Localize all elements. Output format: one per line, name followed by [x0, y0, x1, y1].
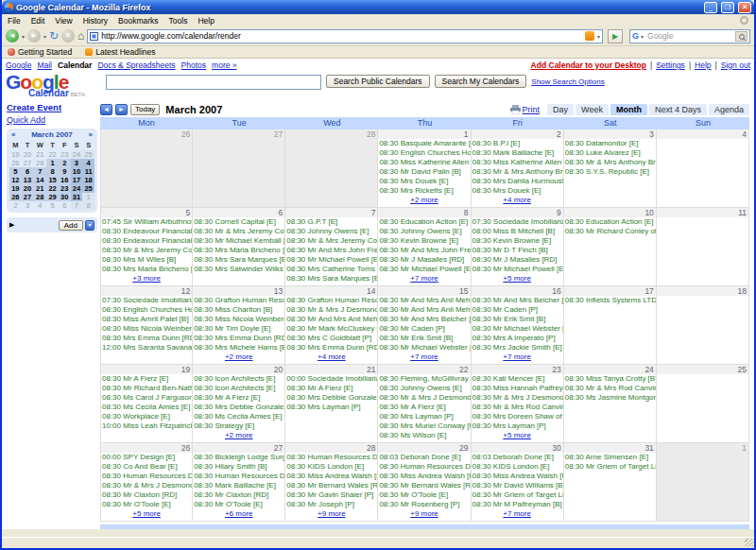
day-cell[interactable]: 1308:30 Grafton Human Resourc08:30 Miss … — [193, 286, 285, 365]
event[interactable]: 08:30 Miss Tanya Crotty [B] — [564, 374, 656, 384]
event[interactable]: 08:30 Mr & Mrs Anthony Bryce — [472, 167, 563, 177]
event[interactable]: 08:30 Mr A Fierz [E] — [285, 384, 377, 393]
event[interactable]: 08:30 Mr A Fierz [E] — [101, 374, 192, 384]
event[interactable]: 08:30 Miss Charlton [B] — [193, 305, 284, 315]
event[interactable]: 08:30 Mr And Mrs Anil Mehta [ — [378, 305, 470, 315]
date-number[interactable]: 29 — [378, 443, 470, 453]
mini-day[interactable]: 5 — [9, 167, 22, 176]
event[interactable]: 08:30 Mr Richard Conley of Re — [564, 227, 656, 236]
event[interactable]: 08:30 Mr Richard Ben-Nathan — [101, 384, 192, 393]
menu-view[interactable]: View — [55, 16, 72, 26]
service-link-docs-spreadsheets[interactable]: Docs & Spreadsheets — [97, 60, 175, 70]
mini-day[interactable]: 24 — [71, 184, 83, 193]
mini-day[interactable]: 31 — [71, 193, 83, 201]
event[interactable]: 08:30 Mrs Sara Marques [B] — [285, 274, 377, 284]
event[interactable]: 08:30 Mr And Mrs Belcher [RD — [378, 315, 470, 324]
forward-dropdown-icon[interactable]: ▾ — [43, 33, 46, 40]
calendar-search-input[interactable] — [106, 75, 321, 90]
more-events-link[interactable]: +2 more — [193, 431, 284, 440]
mini-day[interactable]: 22 — [46, 184, 59, 193]
day-cell[interactable]: 26 — [100, 129, 193, 208]
mini-day[interactable]: 4 — [82, 159, 94, 167]
event[interactable]: 08:30 Mrs Catherine Toms [E] — [285, 265, 377, 274]
title-bar[interactable]: Google Calendar - Mozilla Firefox _ ❐ ✕ — [2, 0, 754, 14]
date-number[interactable]: 22 — [378, 365, 470, 374]
event[interactable]: 08:30 Grafton Human Resourc — [285, 296, 377, 305]
day-cell[interactable]: 308:30 Datamonitor [E]08:30 Luke Alvarez… — [564, 129, 657, 208]
mini-day[interactable]: 30 — [59, 193, 71, 201]
menu-edit[interactable]: Edit — [31, 16, 45, 26]
previous-month-button[interactable]: ◄ — [100, 104, 112, 115]
mini-day[interactable]: 25 — [82, 150, 94, 159]
date-number[interactable]: 1 — [378, 129, 470, 139]
add-calendar-dropdown-icon[interactable]: ▼ — [85, 220, 94, 231]
event[interactable]: 08:30 Miss Hannah Palfreyman — [472, 384, 563, 393]
today-button[interactable]: Today — [130, 104, 160, 115]
event[interactable]: 08:30 Mrs Emma Dunn [RD] — [193, 334, 284, 343]
mini-day[interactable]: 19 — [9, 150, 22, 159]
date-number[interactable]: 13 — [193, 286, 284, 296]
back-button[interactable]: ◄ — [6, 29, 19, 43]
date-number[interactable]: 27 — [193, 129, 284, 139]
date-number[interactable]: 21 — [285, 365, 377, 374]
event[interactable]: 08:30 Mr O'Toole [E] — [101, 500, 192, 509]
date-number[interactable]: 15 — [378, 286, 470, 296]
event[interactable]: 08:30 Ms Jasmine Montgomery — [564, 393, 656, 403]
event[interactable]: 08:30 Mr Michael Webster [RD — [378, 343, 470, 352]
day-cell[interactable]: 18 — [657, 286, 749, 365]
date-number[interactable]: 20 — [193, 365, 284, 374]
mini-day[interactable]: 15 — [46, 176, 59, 184]
menu-history[interactable]: History — [83, 16, 108, 26]
event[interactable]: 08:30 Mr D T Finch [B] — [472, 246, 563, 255]
event[interactable]: 08:30 Mr And Mrs John French — [285, 246, 377, 255]
mini-day[interactable]: 25 — [82, 184, 94, 193]
mini-day[interactable]: 11 — [82, 167, 94, 176]
day-cell[interactable]: 2808:30 Human Resources Direc08:30 KIDS … — [285, 443, 378, 522]
mini-day[interactable]: 24 — [71, 150, 83, 159]
event[interactable]: 08:30 Mark Baillache [E] — [472, 148, 563, 158]
event[interactable]: 08:30 Mrs Maria Bricheno [P] — [193, 246, 284, 255]
mini-day[interactable]: 20 — [22, 150, 34, 159]
quick-add-link[interactable]: Quick Add — [7, 115, 97, 125]
account-link-sign-out[interactable]: Sign out — [721, 60, 750, 70]
event[interactable]: 08:30 Mr Bernard Wales [RD] — [378, 481, 470, 490]
event[interactable]: 08:30 KIDS London [E] — [472, 462, 563, 472]
event[interactable]: 08:30 Cornell Capital [E] — [193, 217, 284, 227]
event[interactable]: 08:30 Mrs C Goldblatt [P] — [285, 334, 377, 343]
event[interactable]: 08:30 Ms Cecila Amies [E] — [193, 412, 284, 421]
day-cell[interactable]: 1008:30 Education Action [E]08:30 Mr Ric… — [564, 208, 657, 286]
event[interactable]: 08:30 Bickleigh Lodge Surgery — [193, 453, 284, 462]
day-cell[interactable]: 1508:30 Mr And Mrs Anil Mehta [08:30 Mr … — [378, 286, 471, 365]
event[interactable]: 08:30 Mr And Mrs Anil Mehta [ — [285, 315, 377, 324]
mini-day[interactable]: 12 — [9, 176, 22, 184]
event[interactable]: 08:30 Miss Katherine Allen [RD — [472, 158, 563, 167]
date-number[interactable]: 27 — [193, 443, 284, 453]
mini-day[interactable]: 20 — [22, 184, 34, 193]
event[interactable]: 07:30 Sociedade Imobiliaria B — [101, 296, 192, 305]
event[interactable]: 08:30 Mr Caden [P] — [472, 305, 563, 315]
next-month-button[interactable]: ► — [115, 104, 128, 115]
minimize-button[interactable]: _ — [704, 2, 717, 13]
event[interactable]: 08:30 Mr Claxton [RD] — [193, 490, 284, 500]
day-cell[interactable]: 907:30 Sociedade Imobiliaria B08:00 Miss… — [472, 208, 564, 286]
more-events-link[interactable]: +6 more — [193, 509, 284, 519]
bookmark-label[interactable]: Latest Headlines — [95, 47, 155, 57]
event[interactable]: 08:30 Mr O'Toole [E] — [378, 490, 470, 500]
event[interactable]: 08:30 Mr & Mrs J Desmond [P — [472, 393, 563, 403]
date-number[interactable]: 11 — [657, 208, 748, 217]
date-number[interactable]: 28 — [285, 129, 377, 139]
event[interactable]: 08:30 Education Action [E] — [564, 217, 656, 227]
event[interactable]: 08:30 B.P.I [E] — [472, 139, 563, 148]
mini-day[interactable]: 2 — [59, 159, 71, 167]
mini-day[interactable]: 1 — [82, 193, 94, 201]
mini-day[interactable]: 28 — [33, 193, 46, 201]
event[interactable]: 08:30 Mr & Mrs Jeremy Cook — [193, 227, 284, 236]
event[interactable]: 08:30 Ms Wilson [E] — [378, 431, 470, 440]
event[interactable]: 08:30 Mark Baillache [E] — [193, 481, 284, 490]
day-cell[interactable]: 2908:03 Deborah Done [E]08:30 Human Reso… — [378, 443, 471, 522]
day-cell[interactable]: 2100:00 Sociedade Imobiliaria B08:30 Mr … — [285, 365, 378, 443]
bookmark-label[interactable]: Getting Started — [18, 47, 72, 57]
mini-day[interactable]: 21 — [33, 150, 46, 159]
mini-day[interactable]: 4 — [33, 201, 46, 210]
event[interactable]: 08:30 Mr Michael Powell [E] — [285, 255, 377, 265]
